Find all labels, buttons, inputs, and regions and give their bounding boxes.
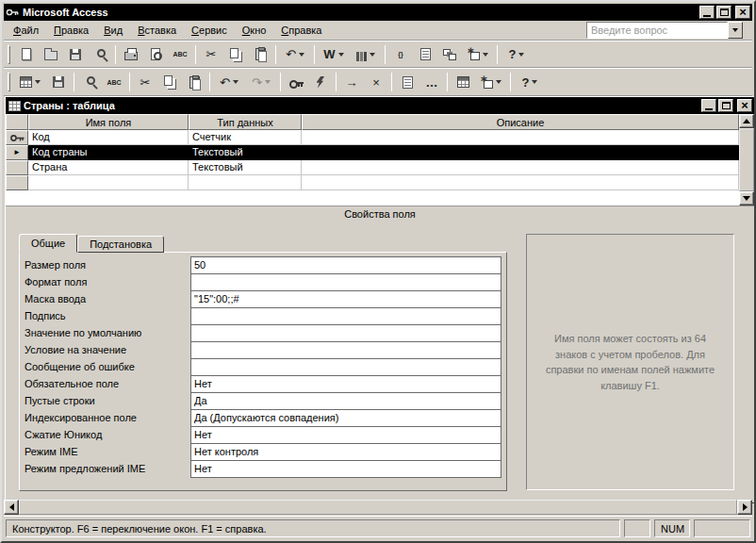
description-cell[interactable] <box>302 130 739 145</box>
properties-button[interactable] <box>396 71 419 93</box>
relationships-button[interactable] <box>438 43 461 66</box>
cut-button[interactable]: ✂ <box>134 71 156 93</box>
menu-item-4[interactable]: Вставка <box>130 22 184 39</box>
field-name-cell[interactable]: Код страны <box>28 145 189 160</box>
property-label: Обязательное поле <box>25 378 190 389</box>
property-value-field[interactable] <box>190 358 501 376</box>
menu-item-1[interactable]: Файл <box>6 22 46 39</box>
new-object-button[interactable] <box>476 71 506 93</box>
insert-rows-button[interactable]: → <box>340 71 363 93</box>
property-value-field[interactable]: Нет <box>190 375 501 393</box>
tab-general[interactable]: Общие <box>19 234 77 253</box>
view-datasheet-button[interactable] <box>15 71 45 93</box>
menu-item-2[interactable]: Правка <box>46 22 96 39</box>
data-type-cell[interactable]: Текстовый <box>189 160 302 175</box>
file-search-button[interactable] <box>78 71 101 93</box>
save-floppy-button[interactable] <box>64 43 87 66</box>
close-button[interactable]: × <box>735 6 750 19</box>
data-type-cell[interactable]: Счетчик <box>189 130 302 145</box>
tab-lookup[interactable]: Подстановка <box>77 236 164 253</box>
open-folder-button[interactable] <box>40 43 62 66</box>
property-value-field[interactable] <box>190 341 501 359</box>
data-type-cell[interactable]: Текстовый <box>189 145 302 160</box>
question-dropdown-button[interactable] <box>728 22 743 39</box>
menu-item-3[interactable]: Вид <box>96 22 130 39</box>
new-object-button[interactable] <box>463 43 493 66</box>
field-grid-inner: Имя поля Тип данных Описание КодСчетчик►… <box>6 114 739 190</box>
horizontal-scrollbar[interactable] <box>4 500 752 515</box>
doc-minimize-button[interactable] <box>701 99 716 112</box>
minimize-button[interactable] <box>699 6 715 19</box>
grid-corner[interactable] <box>6 114 28 130</box>
property-value-field[interactable]: Нет <box>190 426 501 444</box>
row-selector[interactable] <box>6 160 28 175</box>
grid-vertical-scrollbar[interactable] <box>739 114 754 206</box>
help-button[interactable]: ? <box>515 71 545 93</box>
primary-key-button[interactable] <box>285 71 307 93</box>
current-row-selector[interactable]: ► <box>6 145 28 160</box>
doc-restore-button[interactable] <box>718 99 733 112</box>
office-links-button[interactable]: W <box>319 43 349 66</box>
primary-key-row-selector[interactable] <box>6 130 28 145</box>
question-input[interactable] <box>586 22 728 39</box>
scroll-left-button[interactable] <box>4 500 19 515</box>
indexes-button[interactable] <box>309 71 332 93</box>
code-button[interactable]: {} <box>389 43 412 66</box>
description-cell[interactable] <box>302 160 739 175</box>
horizontal-scrollbar-thumb[interactable] <box>19 500 737 515</box>
description-cell[interactable] <box>302 145 739 160</box>
undo-button[interactable]: ↶ <box>280 43 310 66</box>
print-preview-button[interactable] <box>144 43 167 66</box>
description-cell[interactable] <box>302 175 739 190</box>
menu-item-5[interactable]: Сервис <box>184 22 235 39</box>
vertical-scrollbar-thumb[interactable] <box>739 128 754 191</box>
scroll-up-button[interactable] <box>739 114 754 128</box>
property-value-field[interactable]: Да <box>190 392 501 410</box>
field-name-cell[interactable]: Код <box>28 130 189 145</box>
builder-button[interactable]: … <box>420 71 443 93</box>
scroll-down-button[interactable] <box>739 191 754 206</box>
maximize-button[interactable] <box>716 6 731 19</box>
new-page-button[interactable] <box>15 43 38 66</box>
column-header-field-name[interactable]: Имя поля <box>28 114 189 130</box>
paste-button[interactable] <box>183 71 205 93</box>
document-title-bar[interactable]: Страны : таблица × <box>6 97 754 114</box>
cut-button[interactable]: ✂ <box>200 43 222 66</box>
scroll-right-button[interactable] <box>737 500 752 515</box>
toolbar-grip[interactable] <box>8 73 10 91</box>
help-button[interactable]: ? <box>501 43 532 66</box>
spelling-button[interactable]: ABC <box>103 71 125 93</box>
property-value-field[interactable] <box>190 324 501 342</box>
database-window-button[interactable] <box>452 71 474 93</box>
property-value-field[interactable] <box>190 307 501 325</box>
analyze-button[interactable] <box>351 43 381 66</box>
file-search-button[interactable] <box>89 43 111 66</box>
save-floppy-button[interactable] <box>47 71 70 93</box>
row-selector[interactable] <box>6 175 28 190</box>
property-value-field[interactable]: 50 <box>190 256 501 274</box>
property-value-field[interactable]: Нет <box>190 460 501 478</box>
redo-button[interactable]: ↷ <box>246 71 276 93</box>
undo-button[interactable]: ↶ <box>214 71 244 93</box>
property-value-field[interactable]: Да (Допускаются совпадения) <box>190 409 501 427</box>
field-name-cell[interactable]: Страна <box>28 160 189 175</box>
copy-button[interactable] <box>158 71 181 93</box>
spelling-button[interactable]: ABC <box>169 43 191 66</box>
toolbar-grip[interactable] <box>8 45 10 64</box>
print-button[interactable] <box>120 43 142 66</box>
property-value-field[interactable]: "15":00;;# <box>190 290 501 308</box>
property-value-field[interactable]: Нет контроля <box>190 443 501 461</box>
properties-button[interactable] <box>414 43 436 66</box>
delete-rows-button[interactable]: × <box>365 71 387 93</box>
column-header-description[interactable]: Описание <box>302 114 739 130</box>
data-type-cell[interactable] <box>189 175 302 190</box>
title-bar[interactable]: Microsoft Access × <box>4 4 752 21</box>
menu-item-7[interactable]: Справка <box>273 22 329 39</box>
menu-item-6[interactable]: Окно <box>235 22 274 39</box>
column-header-data-type[interactable]: Тип данных <box>189 114 302 130</box>
paste-button[interactable] <box>249 43 271 66</box>
copy-button[interactable] <box>224 43 247 66</box>
property-value-field[interactable] <box>190 273 501 291</box>
field-name-cell[interactable] <box>28 175 189 190</box>
doc-close-button[interactable]: × <box>737 99 752 112</box>
